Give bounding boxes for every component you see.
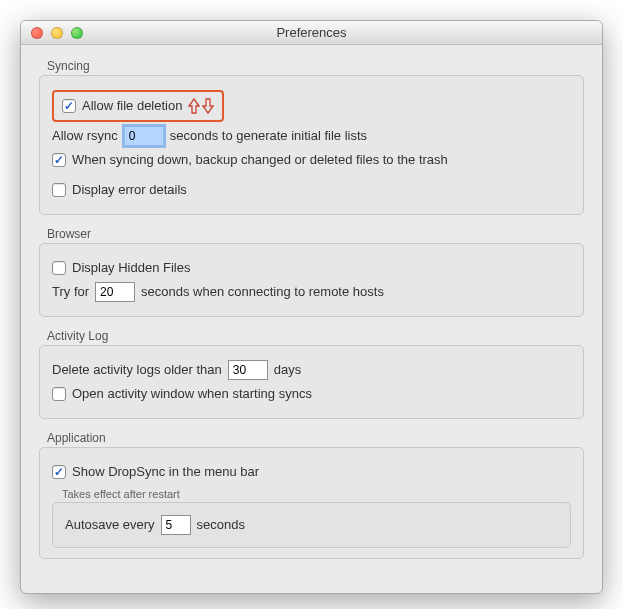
display-hidden-checkbox[interactable] [52, 261, 66, 275]
arrow-up-icon [188, 98, 200, 114]
syncing-legend: Syncing [39, 59, 584, 73]
display-hidden-label: Display Hidden Files [72, 258, 191, 278]
allow-file-deletion-checkbox[interactable] [62, 99, 76, 113]
window-title: Preferences [21, 25, 602, 40]
browser-box: Display Hidden Files Try for seconds whe… [39, 243, 584, 317]
try-for-input[interactable] [95, 282, 135, 302]
backup-trash-label: When syncing down, backup changed or del… [72, 150, 448, 170]
application-box: Show DropSync in the menu bar Takes effe… [39, 447, 584, 559]
open-activity-label: Open activity window when starting syncs [72, 384, 312, 404]
delete-days-input[interactable] [228, 360, 268, 380]
allow-rsync-prefix: Allow rsync [52, 126, 118, 146]
allow-file-deletion-highlight: Allow file deletion [52, 90, 224, 122]
try-for-suffix: seconds when connecting to remote hosts [141, 282, 384, 302]
activity-group: Activity Log Delete activity logs older … [39, 329, 584, 419]
browser-group: Browser Display Hidden Files Try for sec… [39, 227, 584, 317]
rsync-seconds-input[interactable] [124, 126, 164, 146]
try-for-prefix: Try for [52, 282, 89, 302]
title-bar: Preferences [21, 21, 602, 45]
arrow-down-icon [202, 98, 214, 114]
open-activity-checkbox[interactable] [52, 387, 66, 401]
preferences-window: Preferences Syncing Allow file deletion [20, 20, 603, 594]
application-legend: Application [39, 431, 584, 445]
activity-legend: Activity Log [39, 329, 584, 343]
minimize-button[interactable] [51, 27, 63, 39]
restart-note: Takes effect after restart [62, 488, 571, 500]
autosave-prefix: Autosave every [65, 515, 155, 535]
autosave-suffix: seconds [197, 515, 245, 535]
close-button[interactable] [31, 27, 43, 39]
content: Syncing Allow file deletion [21, 45, 602, 593]
syncing-box: Allow file deletion Allow rsync [39, 75, 584, 215]
delete-logs-suffix: days [274, 360, 301, 380]
syncing-group: Syncing Allow file deletion [39, 59, 584, 215]
sync-direction-icons [188, 98, 214, 114]
delete-logs-prefix: Delete activity logs older than [52, 360, 222, 380]
application-group: Application Show DropSync in the menu ba… [39, 431, 584, 559]
zoom-button[interactable] [71, 27, 83, 39]
activity-box: Delete activity logs older than days Ope… [39, 345, 584, 419]
backup-trash-checkbox[interactable] [52, 153, 66, 167]
allow-rsync-suffix: seconds to generate initial file lists [170, 126, 367, 146]
show-menubar-checkbox[interactable] [52, 465, 66, 479]
autosave-input[interactable] [161, 515, 191, 535]
allow-file-deletion-label: Allow file deletion [82, 96, 182, 116]
display-error-label: Display error details [72, 180, 187, 200]
autosave-box: Autosave every seconds [52, 502, 571, 548]
show-menubar-label: Show DropSync in the menu bar [72, 462, 259, 482]
browser-legend: Browser [39, 227, 584, 241]
display-error-checkbox[interactable] [52, 183, 66, 197]
traffic-lights [21, 27, 83, 39]
